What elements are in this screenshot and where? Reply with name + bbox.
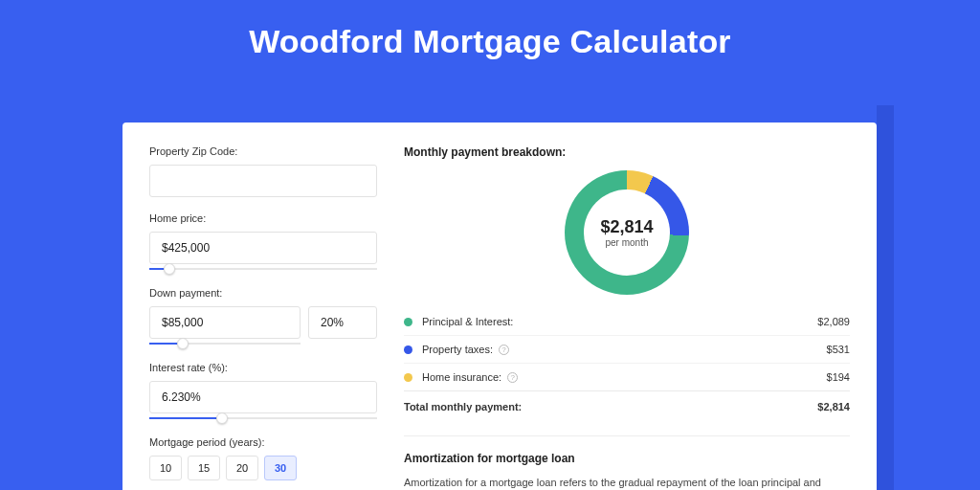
interest-rate-field: Interest rate (%): <box>149 362 377 413</box>
home-price-slider-thumb[interactable] <box>164 263 175 275</box>
amortization-body: Amortization for a mortgage loan refers … <box>404 475 850 490</box>
down-payment-pct-input[interactable] <box>308 306 377 339</box>
legend-row-total: Total monthly payment: $2,814 <box>404 390 850 420</box>
legend-label: Property taxes: ? <box>422 344 509 355</box>
interest-rate-label: Interest rate (%): <box>149 362 377 373</box>
legend-value: $194 <box>827 371 850 383</box>
home-price-input[interactable] <box>149 232 377 264</box>
home-price-label: Home price: <box>149 212 377 224</box>
calculator-card: Property Zip Code: Home price: Down paym… <box>122 122 877 490</box>
period-option-20[interactable]: 20 <box>226 456 258 480</box>
mortgage-period-options: 10 15 20 30 <box>149 456 377 480</box>
mortgage-period-label: Mortgage period (years): <box>149 436 377 448</box>
down-payment-slider-thumb[interactable] <box>177 338 189 349</box>
amortization-heading: Amortization for mortgage loan <box>404 452 850 465</box>
interest-rate-slider-thumb[interactable] <box>216 412 228 424</box>
down-payment-amount-input[interactable] <box>149 306 301 339</box>
home-price-field: Home price: <box>149 212 377 264</box>
page-title: Woodford Mortgage Calculator <box>0 0 980 78</box>
donut-subtext: per month <box>605 237 648 248</box>
legend-dot-icon <box>404 345 412 354</box>
period-option-15[interactable]: 15 <box>188 456 220 480</box>
legend-row-principal: Principal & Interest: $2,089 <box>404 308 850 335</box>
zip-field: Property Zip Code: <box>149 145 377 197</box>
legend-total-value: $2,814 <box>817 401 850 412</box>
legend-total-label: Total monthly payment: <box>404 401 522 412</box>
interest-rate-slider[interactable] <box>149 417 377 419</box>
breakdown-legend: Principal & Interest: $2,089 Property ta… <box>404 308 850 420</box>
amortization-panel: Amortization for mortgage loan Amortizat… <box>404 452 850 490</box>
legend-label: Home insurance: ? <box>422 371 518 383</box>
donut-amount: $2,814 <box>600 217 653 237</box>
zip-label: Property Zip Code: <box>149 145 377 157</box>
legend-dot-icon <box>404 318 412 326</box>
breakdown-donut-chart: $2,814 per month <box>565 170 689 295</box>
down-payment-field: Down payment: <box>149 287 377 339</box>
info-icon[interactable]: ? <box>507 372 518 383</box>
legend-value: $531 <box>827 344 850 355</box>
period-option-10[interactable]: 10 <box>149 456 182 480</box>
legend-row-insurance: Home insurance: ? $194 <box>404 363 850 390</box>
zip-input[interactable] <box>149 165 377 197</box>
breakdown-panel: Monthly payment breakdown: $2,814 per mo… <box>404 145 850 436</box>
inputs-column: Property Zip Code: Home price: Down paym… <box>149 145 377 490</box>
home-price-slider[interactable] <box>149 268 377 270</box>
legend-row-taxes: Property taxes: ? $531 <box>404 335 850 363</box>
breakdown-column: Monthly payment breakdown: $2,814 per mo… <box>404 145 850 490</box>
down-payment-slider[interactable] <box>149 343 301 345</box>
interest-rate-input[interactable] <box>149 381 377 413</box>
legend-dot-icon <box>404 373 412 382</box>
breakdown-heading: Monthly payment breakdown: <box>404 145 850 159</box>
info-icon[interactable]: ? <box>499 345 509 355</box>
legend-label: Principal & Interest: <box>422 316 513 327</box>
mortgage-period-field: Mortgage period (years): 10 15 20 30 <box>149 436 377 480</box>
period-option-30[interactable]: 30 <box>264 456 297 480</box>
legend-value: $2,089 <box>817 316 850 327</box>
down-payment-label: Down payment: <box>149 287 377 299</box>
